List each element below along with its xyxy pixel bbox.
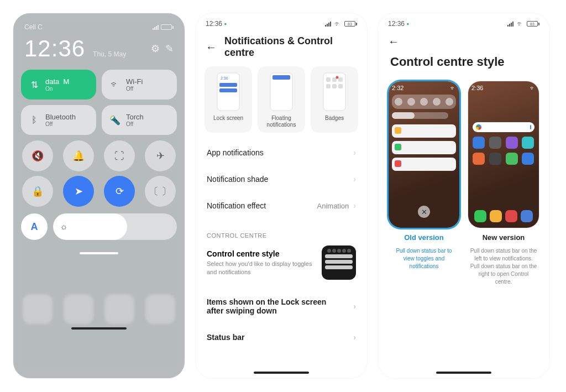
chevron-right-icon: › xyxy=(353,333,356,342)
toggle-dnd[interactable]: 🔔 xyxy=(63,140,94,171)
row-lock-screen-items[interactable]: Items shown on the Lock screen after swi… xyxy=(196,289,367,324)
chevron-right-icon: › xyxy=(353,175,356,184)
brightness-slider[interactable]: ☼ xyxy=(53,213,177,240)
signal-icon xyxy=(153,25,159,30)
clock-time: 12:36 xyxy=(24,35,85,62)
toggle-lock[interactable]: 🔒 xyxy=(22,176,53,207)
wifi-icon: ᯤ xyxy=(334,20,341,28)
tile-mobile-data[interactable]: ⇅ data M On xyxy=(21,70,96,100)
torch-icon: 🔦 xyxy=(109,115,120,126)
option-new-version[interactable]: 2:36ᯤ New version Pull down status bar o… xyxy=(468,81,539,286)
section-label: CONTROL CENTRE xyxy=(196,222,367,242)
home-indicator[interactable] xyxy=(436,372,491,374)
option-description: Pull down status bar on the left to view… xyxy=(468,247,539,286)
wifi-icon: ᯤ xyxy=(517,20,523,28)
svg-rect-8 xyxy=(332,77,337,82)
row-app-notifications[interactable]: App notifications › xyxy=(196,139,367,166)
carrier-label: Cell C xyxy=(24,23,43,31)
svg-rect-2 xyxy=(219,83,237,87)
card-label: Floating notifications xyxy=(261,115,302,128)
card-label: Badges xyxy=(325,115,344,122)
toggle-location[interactable]: ➤ xyxy=(63,176,94,207)
card-lock-screen[interactable]: 2:36 Lock screen xyxy=(205,66,252,133)
toggle-mute[interactable]: 🔇 xyxy=(22,140,53,171)
bluetooth-icon: ᛒ xyxy=(29,115,40,125)
toggle-rotation[interactable]: ⟳ xyxy=(104,176,135,207)
card-badges[interactable]: Badges xyxy=(311,66,358,133)
svg-rect-7 xyxy=(326,77,331,82)
settings-icon[interactable]: ⚙ xyxy=(151,43,160,55)
card-label: Lock screen xyxy=(213,115,243,122)
chevron-right-icon: › xyxy=(353,201,356,210)
battery-icon: 83 xyxy=(527,21,539,27)
chevron-right-icon: › xyxy=(353,148,356,157)
toggle-cast[interactable]: ⛶ xyxy=(104,140,135,171)
wifi-icon: ᯤ xyxy=(109,80,120,90)
battery-icon: 83 xyxy=(344,21,357,27)
close-icon: ✕ xyxy=(418,206,430,218)
background-apps xyxy=(21,254,177,332)
row-notification-effect[interactable]: Notification effect Animation› xyxy=(196,192,367,219)
signal-icon xyxy=(507,22,513,27)
row-notification-shade[interactable]: Notification shade › xyxy=(196,166,367,192)
control-centre-screen: Cell C 12:36 Thu, 5 May ⚙ ✎ ⇅ data M On xyxy=(13,13,185,378)
style-thumbnail xyxy=(322,245,356,280)
row-status-bar[interactable]: Status bar › xyxy=(196,324,367,351)
signal-icon xyxy=(325,22,331,27)
option-old-version[interactable]: 2:32ᯤ ✕ Old version Pull down status bar… xyxy=(388,81,460,286)
toggle-airplane[interactable]: ✈ xyxy=(145,140,176,171)
tile-bluetooth[interactable]: ᛒ Bluetooth Off xyxy=(21,105,96,135)
chevron-right-icon: › xyxy=(353,302,356,311)
row-control-centre-style[interactable]: Control centre style Select how you'd li… xyxy=(196,242,367,289)
option-label: New version xyxy=(483,233,525,242)
clock-date: Thu, 5 May xyxy=(93,50,126,58)
brightness-icon: ☼ xyxy=(60,222,68,232)
page-title: Notifications & Control centre xyxy=(224,35,357,59)
svg-rect-12 xyxy=(332,84,337,88)
status-bar: Cell C xyxy=(21,21,177,32)
battery-icon xyxy=(161,24,174,30)
svg-point-9 xyxy=(336,76,339,79)
back-button[interactable]: ← xyxy=(388,35,399,48)
edit-icon[interactable]: ✎ xyxy=(165,43,174,55)
tile-wifi[interactable]: ᯤ Wi-Fi Off xyxy=(102,70,177,100)
svg-rect-5 xyxy=(272,75,290,80)
data-icon: ⇅ xyxy=(29,80,40,90)
toggle-scan[interactable]: 〔 〕 xyxy=(145,176,176,207)
svg-text:2:36: 2:36 xyxy=(221,76,228,80)
svg-rect-10 xyxy=(338,77,343,82)
page-title: Control centre style xyxy=(378,48,549,81)
status-bar: 12:36 ▪ ᯤ 83 xyxy=(378,13,549,30)
auto-brightness-button[interactable]: A xyxy=(21,213,48,240)
control-centre-style-screen: 12:36 ▪ ᯤ 83 ← Control centre style 2:32… xyxy=(378,13,549,378)
svg-rect-11 xyxy=(326,84,331,88)
preview-old: 2:32ᯤ ✕ xyxy=(389,81,459,228)
preview-new: 2:36ᯤ xyxy=(468,81,539,228)
svg-rect-13 xyxy=(338,84,343,88)
home-indicator[interactable] xyxy=(254,372,309,374)
back-button[interactable]: ← xyxy=(206,41,217,54)
svg-rect-3 xyxy=(219,88,237,92)
status-bar: 12:36 ▪ ᯤ 83 xyxy=(196,13,367,30)
home-indicator[interactable] xyxy=(71,327,127,330)
notifications-settings-screen: 12:36 ▪ ᯤ 83 ← Notifications & Control c… xyxy=(196,13,367,378)
card-floating-notifications[interactable]: Floating notifications xyxy=(258,66,305,133)
tile-torch[interactable]: 🔦 Torch Off xyxy=(102,105,177,135)
option-description: Pull down status bar to view toggles and… xyxy=(388,247,460,270)
option-label: Old version xyxy=(404,233,444,242)
